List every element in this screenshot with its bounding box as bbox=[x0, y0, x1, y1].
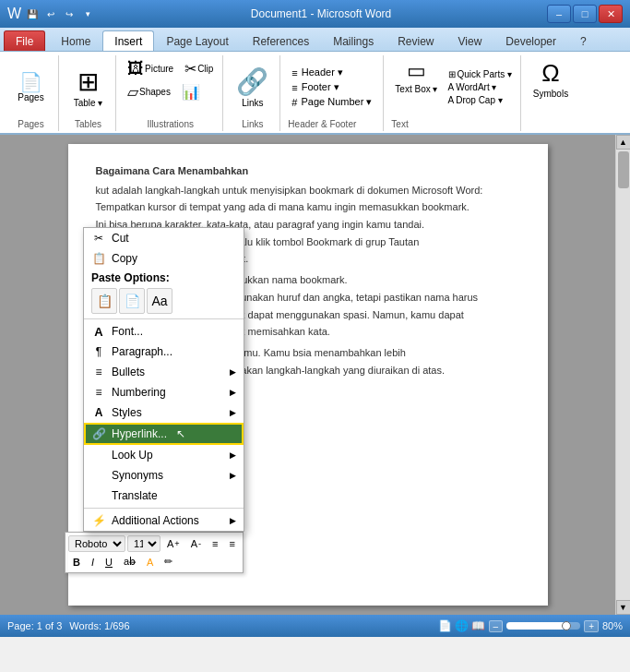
tab-review[interactable]: Review bbox=[386, 30, 446, 51]
cut-icon: ✂ bbox=[91, 231, 106, 246]
vertical-scrollbar[interactable]: ▲ ▼ bbox=[615, 135, 630, 615]
ctx-sep-1 bbox=[84, 318, 244, 319]
ctx-synonyms-label: Synonyms bbox=[112, 469, 163, 482]
zoom-bar[interactable] bbox=[506, 622, 580, 630]
translate-icon bbox=[91, 488, 106, 503]
chart-icon: 📊 bbox=[182, 83, 200, 101]
page-number-button[interactable]: # Page Number ▾ bbox=[288, 95, 375, 109]
pages-button[interactable]: 📄 Pages bbox=[14, 71, 47, 104]
zoom-thumb[interactable] bbox=[562, 621, 571, 630]
ctx-bullets[interactable]: ≡ Bullets ▶ bbox=[84, 362, 244, 382]
text-box-button[interactable]: ▭ Text Box ▾ bbox=[391, 57, 441, 117]
chart-button[interactable]: 📊 bbox=[178, 81, 204, 102]
ctx-paragraph[interactable]: ¶ Paragraph... bbox=[84, 342, 244, 362]
window-controls[interactable]: – □ ✕ bbox=[547, 5, 623, 23]
scroll-down-button[interactable]: ▼ bbox=[616, 600, 631, 615]
decrease-font-button[interactable]: A- bbox=[186, 536, 206, 551]
paste-icon-1[interactable]: 📋 bbox=[91, 288, 117, 314]
zoom-out-button[interactable]: – bbox=[489, 620, 504, 632]
tab-page-layout[interactable]: Page Layout bbox=[154, 30, 240, 51]
zoom-level: 80% bbox=[602, 620, 623, 631]
tab-view[interactable]: View bbox=[446, 30, 494, 51]
ctx-font[interactable]: A Font... bbox=[84, 321, 244, 342]
paste-icon-3[interactable]: Aa bbox=[147, 288, 172, 314]
header-button[interactable]: ≡ Header ▾ bbox=[288, 66, 375, 79]
links-icon: 🔗 bbox=[236, 66, 268, 97]
ctx-additional-actions[interactable]: ⚡ Additional Actions ▶ bbox=[84, 510, 244, 531]
picture-button[interactable]: 🖼 Picture bbox=[124, 57, 177, 80]
more-icon[interactable]: ▼ bbox=[80, 6, 95, 21]
format-painter-button[interactable]: ✏ bbox=[160, 554, 177, 570]
ctx-translate-label: Translate bbox=[112, 489, 158, 502]
tab-mailings[interactable]: Mailings bbox=[321, 30, 386, 51]
quick-parts-button[interactable]: ⊞ Quick Parts ▾ bbox=[446, 68, 515, 80]
ctx-copy[interactable]: 📋 Copy bbox=[84, 248, 244, 269]
context-menu: ✂ Cut 📋 Copy Paste Options: 📋 📄 Aa A Fon… bbox=[83, 227, 244, 532]
tables-group-label: Tables bbox=[75, 117, 101, 129]
ctx-styles[interactable]: A Styles ▶ bbox=[84, 402, 244, 423]
ctx-additional-actions-label: Additional Actions bbox=[112, 514, 199, 527]
ctx-hyperlink[interactable]: 🔗 Hyperlink... ↖ bbox=[84, 423, 244, 445]
strikethrough-button[interactable]: ab̶ bbox=[119, 554, 140, 570]
align-right-button[interactable]: ≡ bbox=[225, 536, 240, 551]
synonyms-arrow: ▶ bbox=[230, 471, 236, 480]
ribbon-group-illustrations: 🖼 Picture ✂ Clip ▱ Shapes 📊 Illustration… bbox=[118, 55, 223, 131]
symbols-button[interactable]: Ω Symbols bbox=[529, 57, 572, 101]
page-area[interactable]: Bagaimana Cara Menambahkan kut adalah la… bbox=[0, 135, 615, 615]
close-button[interactable]: ✕ bbox=[599, 5, 623, 23]
tab-references[interactable]: References bbox=[241, 30, 321, 51]
clip-art-button[interactable]: ✂ Clip bbox=[181, 57, 217, 80]
links-button[interactable]: 🔗 Links bbox=[232, 65, 272, 110]
quick-access-toolbar[interactable]: W 💾 ↩ ↪ ▼ bbox=[7, 6, 95, 22]
quick-parts-label: Quick Parts ▾ bbox=[458, 69, 512, 79]
tab-help[interactable]: ? bbox=[568, 30, 599, 51]
undo-icon[interactable]: ↩ bbox=[43, 6, 58, 21]
paste-icon-2[interactable]: 📄 bbox=[119, 288, 145, 314]
view-reading-icon[interactable]: 📖 bbox=[471, 619, 485, 632]
title-bar: W 💾 ↩ ↪ ▼ Document1 - Microsoft Word – □… bbox=[0, 0, 630, 28]
copy-icon: 📋 bbox=[91, 251, 106, 266]
scroll-track[interactable] bbox=[616, 150, 630, 600]
header-label: Header ▾ bbox=[302, 66, 343, 78]
drop-cap-label: Drop Cap ▾ bbox=[456, 95, 503, 105]
save-icon[interactable]: 💾 bbox=[25, 6, 40, 21]
footer-button[interactable]: ≡ Footer ▾ bbox=[288, 80, 375, 94]
links-group-label: Links bbox=[242, 117, 263, 129]
view-normal-icon[interactable]: 📄 bbox=[438, 619, 452, 632]
font-family-select[interactable]: Roboto bbox=[68, 535, 125, 552]
tab-file[interactable]: File bbox=[4, 30, 45, 51]
table-button[interactable]: ⊞ Table ▾ bbox=[70, 65, 107, 110]
italic-button[interactable]: I bbox=[87, 555, 99, 570]
pages-buttons: 📄 Pages bbox=[14, 57, 47, 117]
ctx-synonyms[interactable]: Synonyms ▶ bbox=[84, 465, 244, 486]
increase-font-button[interactable]: A+ bbox=[162, 536, 184, 551]
tab-home[interactable]: Home bbox=[49, 30, 102, 51]
tab-insert[interactable]: Insert bbox=[102, 30, 154, 51]
pages-group-label: Pages bbox=[18, 117, 43, 129]
underline-button[interactable]: U bbox=[101, 555, 117, 570]
tab-developer[interactable]: Developer bbox=[493, 30, 568, 51]
redo-icon[interactable]: ↪ bbox=[62, 6, 77, 21]
paragraph-icon: ¶ bbox=[91, 344, 106, 359]
highlight-button[interactable]: A bbox=[142, 555, 158, 570]
drop-cap-button[interactable]: A Drop Cap ▾ bbox=[446, 94, 515, 106]
font-icon: A bbox=[91, 324, 106, 339]
minimize-button[interactable]: – bbox=[547, 5, 571, 23]
maximize-button[interactable]: □ bbox=[573, 5, 597, 23]
shapes-label: Shapes bbox=[139, 87, 171, 97]
align-left-button[interactable]: ≡ bbox=[208, 536, 222, 551]
omega-icon: Ω bbox=[541, 59, 559, 88]
scroll-up-button[interactable]: ▲ bbox=[616, 135, 631, 150]
ctx-cut[interactable]: ✂ Cut bbox=[84, 228, 244, 248]
ctx-translate[interactable]: Translate bbox=[84, 486, 244, 506]
scroll-thumb[interactable] bbox=[618, 151, 629, 188]
shapes-button[interactable]: ▱ Shapes bbox=[124, 81, 174, 102]
ctx-bullets-label: Bullets bbox=[112, 366, 145, 378]
font-size-select[interactable]: 11 bbox=[127, 535, 160, 552]
view-web-icon[interactable]: 🌐 bbox=[455, 619, 469, 632]
ctx-lookup[interactable]: Look Up ▶ bbox=[84, 445, 244, 465]
word-art-button[interactable]: A WordArt ▾ bbox=[446, 81, 515, 93]
ctx-numbering[interactable]: ≡ Numbering ▶ bbox=[84, 382, 244, 402]
bold-button[interactable]: B bbox=[68, 555, 85, 570]
zoom-in-button[interactable]: + bbox=[584, 620, 599, 632]
